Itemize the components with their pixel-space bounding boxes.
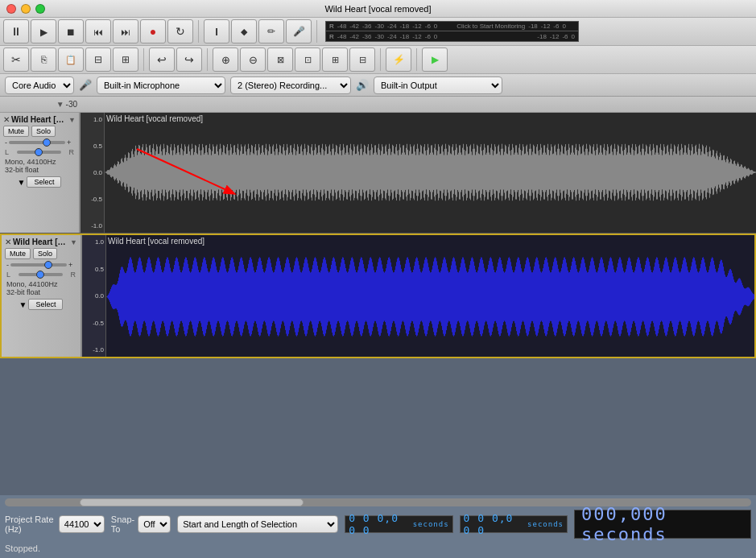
track-1-select-button[interactable]: Select <box>27 176 61 188</box>
green-arrow-button[interactable]: ▶ <box>422 48 448 72</box>
track-1-close-button[interactable]: ✕ <box>3 115 10 124</box>
track-2-title-bar: ✕ Wild Heart [vo... ▼ <box>3 237 79 247</box>
redo-button[interactable]: ↪ <box>176 48 202 72</box>
paste-button[interactable]: 📋 <box>58 48 84 72</box>
mic-icon: 🎤 <box>79 79 92 91</box>
track-2-pan-slider[interactable] <box>19 273 63 276</box>
undo-button[interactable]: ↩ <box>149 48 175 72</box>
track-1-canvas <box>105 113 756 232</box>
bottom-bar: Project Rate (Hz) 44100 Snap-To Off Star… <box>0 495 756 558</box>
audio-host-select[interactable]: Core Audio <box>5 76 74 94</box>
project-rate-group: Project Rate (Hz) 44100 <box>5 515 105 534</box>
tracks-container: ✕ Wild Heart [vo... ▼ Mute Solo - + L R … <box>0 113 756 495</box>
track-2-close-button[interactable]: ✕ <box>5 238 11 246</box>
zoom-out-button[interactable]: ⊖ <box>240 48 266 72</box>
track-1-pan-slider[interactable] <box>17 151 61 154</box>
gain-icon: ▼ <box>56 100 64 109</box>
maximize-button[interactable] <box>35 4 45 14</box>
track-1-solo-button[interactable]: Solo <box>31 126 56 137</box>
silence-button[interactable]: ⊞ <box>113 48 138 72</box>
track-2-solo-button[interactable]: Solo <box>33 248 57 259</box>
snap-to-group: Snap-To Off <box>111 515 171 534</box>
track-2-pan-r: R <box>70 271 76 279</box>
track-2-info: Mono, 44100Hz 32-bit float <box>3 279 79 297</box>
track-2-gain-slider[interactable] <box>10 263 67 267</box>
cut-button[interactable]: ✂ <box>3 48 29 72</box>
large-time-display: 000,000 seconds <box>574 510 751 539</box>
playback-device-select[interactable]: Built-in Output <box>374 76 502 94</box>
track-2-mute-button[interactable]: Mute <box>5 248 31 259</box>
ruler-db-label: -30 <box>66 100 77 109</box>
window-controls <box>6 4 45 14</box>
select-tool-button[interactable]: I <box>204 19 229 43</box>
track-1-title-bar: ✕ Wild Heart [vo... ▼ <box>2 114 77 125</box>
track-1-menu-arrow[interactable]: ▼ <box>68 116 76 124</box>
zoom-sel-button[interactable]: ⊡ <box>295 48 320 72</box>
pause-button[interactable] <box>3 19 29 43</box>
close-button[interactable] <box>6 4 16 14</box>
stop-button[interactable] <box>58 19 84 43</box>
track-2-pan-row: L R <box>3 270 79 279</box>
toolbar-sep-3 <box>143 48 144 71</box>
track-2-collapse-arrow[interactable]: ▼ <box>19 300 27 309</box>
track-1-waveform-title: Wild Heart [vocal removed] <box>106 114 203 123</box>
loop-button[interactable] <box>167 19 193 43</box>
toolbar-transport: I ◆ ✏ 🎤 R -48 -42 -36 -30 -24 -18 -12 -6… <box>0 18 756 46</box>
track-1-pan-l: L <box>5 148 9 156</box>
zoom-full-button[interactable]: ⊞ <box>322 48 348 72</box>
large-time-value: 000,000 seconds <box>581 504 744 544</box>
toggle-button[interactable]: ⚡ <box>386 48 411 72</box>
record-button[interactable] <box>140 19 166 43</box>
timeline-ruler: ▼ -30 0 0:30 1:00 1:30 2:00 2:30 3:00 3:… <box>0 97 756 113</box>
track-1-collapse-arrow[interactable]: ▼ <box>18 178 26 187</box>
time-1-unit: seconds <box>413 520 449 528</box>
track-1-pan-r: R <box>68 148 74 156</box>
play-button[interactable] <box>31 19 56 43</box>
device-row: Core Audio 🎤 Built-in Microphone 2 (Ster… <box>0 74 756 97</box>
track-2-waveform[interactable]: 1.0 0.5 0.0 -0.5 -1.0 Wild Heart [vocal … <box>82 235 754 357</box>
track-1-select-area: ▼ Select <box>2 176 77 188</box>
track-2-select-area: ▼ Select <box>3 298 79 311</box>
track-2: ✕ Wild Heart [vo... ▼ Mute Solo - + L R … <box>0 234 756 358</box>
zoom-in-button[interactable]: ⊕ <box>213 48 238 72</box>
multi-zoom-button[interactable]: ⊟ <box>349 48 375 72</box>
project-rate-select[interactable]: 44100 <box>59 515 105 533</box>
toolbar-edit: ✂ ⎘ 📋 ⊟ ⊞ ↩ ↪ ⊕ ⊖ ⊠ ⊡ ⊞ ⊟ ⚡ ▶ <box>0 46 756 74</box>
scrollbar-thumb[interactable] <box>80 498 304 506</box>
stopped-status: Stopped. <box>5 542 751 555</box>
pencil-tool-button[interactable]: ✏ <box>258 19 284 43</box>
track-2-name: Wild Heart [vo... <box>13 238 68 246</box>
track-1-waveform[interactable]: 1.0 0.5 0.0 -0.5 -1.0 Wild Heart [vocal … <box>81 113 756 233</box>
recording-channels-select[interactable]: 2 (Stereo) Recording... <box>230 76 351 94</box>
copy-button[interactable]: ⎘ <box>31 48 56 72</box>
toolbar-sep-1 <box>198 20 199 43</box>
track-1-gain-row: - + <box>2 138 77 147</box>
time-display-1: 0 0 0,0 0 0 seconds <box>345 515 452 533</box>
track-2-pan-l: L <box>6 271 10 279</box>
selection-mode-select[interactable]: Start and Length of Selection <box>177 515 338 533</box>
empty-track-area <box>0 358 756 495</box>
click-to-start-monitoring[interactable]: Click to Start Monitoring <box>456 23 525 30</box>
track-1-header: ✕ Wild Heart [vo... ▼ Mute Solo - + L R … <box>0 113 81 233</box>
track-1: ✕ Wild Heart [vo... ▼ Mute Solo - + L R … <box>0 113 756 234</box>
recording-device-select[interactable]: Built-in Microphone <box>97 76 225 94</box>
snap-to-select[interactable]: Off <box>138 515 171 533</box>
track-2-select-button[interactable]: Select <box>28 299 63 310</box>
horizontal-scrollbar[interactable] <box>5 498 751 506</box>
next-button[interactable] <box>113 19 138 43</box>
track-2-menu-arrow[interactable]: ▼ <box>70 238 77 246</box>
time-2-unit: seconds <box>527 520 564 528</box>
track-1-gain-slider[interactable] <box>9 141 65 144</box>
zoom-fit-button[interactable]: ⊠ <box>267 48 293 72</box>
window-title: Wild Heart [vocal removed] <box>324 4 431 14</box>
minimize-button[interactable] <box>21 4 31 14</box>
envelope-tool-button[interactable]: ◆ <box>231 19 257 43</box>
toolbar-sep-6 <box>416 48 417 71</box>
prev-button[interactable] <box>85 19 111 43</box>
mic-tool-button[interactable]: 🎤 <box>286 19 312 43</box>
track-2-buttons: Mute Solo <box>3 247 79 260</box>
toolbar-sep-4 <box>207 48 208 71</box>
trim-button[interactable]: ⊟ <box>85 48 111 72</box>
track-2-gain-minus: - <box>6 261 9 269</box>
track-1-mute-button[interactable]: Mute <box>3 126 29 137</box>
